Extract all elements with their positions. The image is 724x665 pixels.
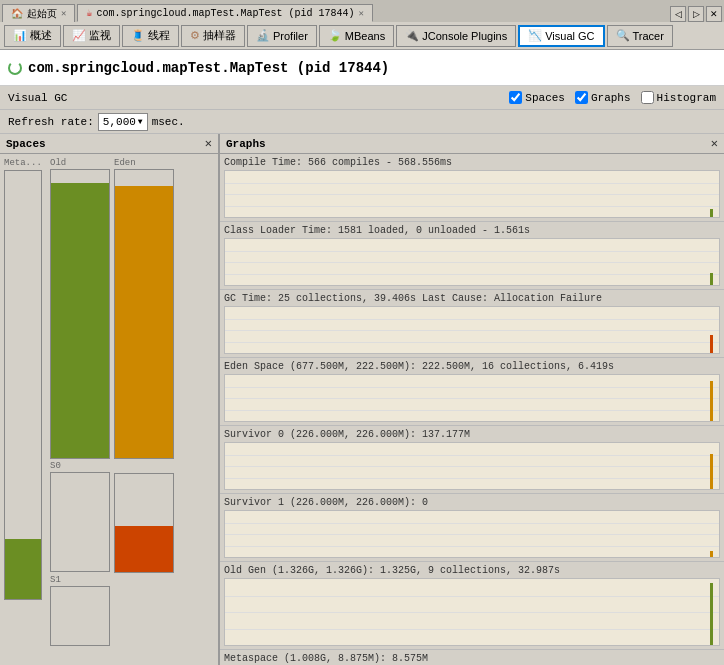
graphs-checkbox[interactable] (575, 91, 588, 104)
spaces-checkbox[interactable] (509, 91, 522, 104)
bar-oldgen (710, 583, 713, 645)
profiler-icon: 🔬 (256, 29, 270, 42)
grid-line-s1-1 (225, 523, 719, 524)
browser-tab-home[interactable]: 🏠 起始页 ✕ (2, 4, 75, 22)
meta-label: Meta... (4, 158, 46, 168)
thread-icon: 🧵 (131, 29, 145, 42)
chart-metaspace: Metaspace (1.008G, 8.875M): 8.575M (220, 650, 724, 665)
chart-compile-time-title: Compile Time: 566 compiles - 568.556ms (224, 156, 720, 169)
tab-close-main[interactable]: ✕ (359, 8, 364, 19)
eden-col: Eden (114, 158, 174, 459)
chart-eden-space-title: Eden Space (677.500M, 222.500M): 222.500… (224, 360, 720, 373)
chart-icon: 📊 (13, 29, 27, 42)
graphs-title: Graphs (226, 138, 266, 150)
spaces-title: Spaces (6, 138, 46, 150)
home-icon: 🏠 (11, 8, 23, 20)
s0-right-fill (115, 526, 173, 572)
chart-eden-space-graph (224, 374, 720, 422)
nav-back[interactable]: ◁ (670, 6, 686, 22)
toolbar-profiler[interactable]: 🔬 Profiler (247, 25, 317, 47)
sampler-icon: ⚙ (190, 29, 200, 42)
graphs-checkbox-label[interactable]: Graphs (575, 91, 631, 104)
toolbar-threads[interactable]: 🧵 线程 (122, 25, 179, 47)
jconsole-icon: 🔌 (405, 29, 419, 42)
chart-s1-title: Survivor 1 (226.000M, 226.000M): 0 (224, 496, 720, 509)
old-block (50, 169, 110, 459)
s1-block (50, 586, 110, 646)
grid-line-s0-2 (225, 466, 719, 467)
spaces-panel: Spaces ✕ Meta... Old (0, 134, 220, 665)
refresh-rate-dropdown[interactable]: 5,000 ▼ (98, 113, 148, 131)
charts-container: Compile Time: 566 compiles - 568.556ms C… (220, 154, 724, 665)
refresh-rate-label: Refresh rate: (8, 116, 94, 128)
toolbar-mbeans[interactable]: 🍃 MBeans (319, 25, 394, 47)
graphs-panel: Graphs ✕ Compile Time: 566 compiles - 56… (220, 134, 724, 665)
old-col: Old (50, 158, 110, 459)
refresh-rate-bar: Refresh rate: 5,000 ▼ msec. (0, 110, 724, 134)
main-toolbar: 📊 概述 📈 监视 🧵 线程 ⚙ 抽样器 🔬 Profiler 🍃 MBeans… (0, 22, 724, 50)
toolbar-jconsole[interactable]: 🔌 JConsole Plugins (396, 25, 516, 47)
s0-col: S0 (50, 461, 110, 573)
refresh-rate-unit: msec. (152, 116, 185, 128)
chevron-down-icon: ▼ (138, 117, 143, 126)
grid-line-s1-3 (225, 546, 719, 547)
grid-line-s0-3 (225, 478, 719, 479)
s1-row: S1 (50, 575, 174, 646)
chart-gc-time: GC Time: 25 collections, 39.406s Last Ca… (220, 290, 724, 358)
browser-tab-main-label: com.springcloud.mapTest.MapTest (pid 178… (96, 8, 354, 19)
grid-line-s1-2 (225, 534, 719, 535)
chart-s0-title: Survivor 0 (226.000M, 226.000M): 137.177… (224, 428, 720, 441)
grid-line-eden-3 (225, 410, 719, 411)
tracer-icon: 🔍 (616, 29, 630, 42)
grid-line-eden-1 (225, 387, 719, 388)
toolbar-overview[interactable]: 📊 概述 (4, 25, 61, 47)
tab-close-home[interactable]: ✕ (61, 8, 66, 19)
meta-block (4, 170, 42, 600)
app-title: com.springcloud.mapTest.MapTest (pid 178… (28, 60, 389, 76)
nav-forward[interactable]: ▷ (688, 6, 704, 22)
grid-line-eden-2 (225, 398, 719, 399)
old-label: Old (50, 158, 110, 168)
nav-close[interactable]: ✕ (706, 6, 722, 22)
spaces-content: Meta... Old Eden (0, 154, 218, 665)
chart-class-loader: Class Loader Time: 1581 loaded, 0 unload… (220, 222, 724, 290)
chart-compile-time: Compile Time: 566 compiles - 568.556ms (220, 154, 724, 222)
bar-classloader (710, 273, 713, 285)
toolbar-tracer[interactable]: 🔍 Tracer (607, 25, 673, 47)
histogram-checkbox-label[interactable]: Histogram (641, 91, 716, 104)
refresh-icon (8, 61, 22, 75)
browser-tab-main[interactable]: ☕ com.springcloud.mapTest.MapTest (pid 1… (77, 4, 373, 22)
grid-line-cl-2 (225, 262, 719, 263)
old-eden-column: Old Eden S0 (50, 158, 174, 661)
browser-tab-home-label: 起始页 (27, 7, 57, 21)
refresh-rate-value: 5,000 (103, 116, 136, 128)
grid-line-gc-1 (225, 319, 719, 320)
chart-class-loader-title: Class Loader Time: 1581 loaded, 0 unload… (224, 224, 720, 237)
bar-s1 (710, 551, 713, 557)
toolbar-sampler[interactable]: ⚙ 抽样器 (181, 25, 245, 47)
spaces-close-btn[interactable]: ✕ (205, 138, 212, 150)
chart-old-gen-graph (224, 578, 720, 646)
spaces-checkbox-label[interactable]: Spaces (509, 91, 565, 104)
app-header: com.springcloud.mapTest.MapTest (pid 178… (0, 50, 724, 86)
grid-line-og-2 (225, 612, 719, 613)
java-icon: ☕ (86, 7, 92, 19)
toolbar-visualgc[interactable]: 📉 Visual GC (518, 25, 604, 47)
chart-old-gen-title: Old Gen (1.326G, 1.326G): 1.325G, 9 coll… (224, 564, 720, 577)
bar-gctime (710, 335, 713, 353)
grid-line-cl-1 (225, 251, 719, 252)
s0-label: S0 (50, 461, 110, 471)
toolbar-monitor[interactable]: 📈 监视 (63, 25, 120, 47)
s0-row: S0 (50, 461, 174, 573)
meta-fill (5, 539, 41, 599)
graphs-close-btn[interactable]: ✕ (711, 138, 718, 150)
chart-s0-graph (224, 442, 720, 490)
chart-class-loader-graph (224, 238, 720, 286)
eden-label: Eden (114, 158, 174, 168)
eden-block (114, 169, 174, 459)
histogram-checkbox[interactable] (641, 91, 654, 104)
sub-header: Visual GC Spaces Graphs Histogram (0, 86, 724, 110)
mbeans-icon: 🍃 (328, 29, 342, 42)
grid-line-cl-3 (225, 274, 719, 275)
s0-spacer (114, 461, 174, 473)
